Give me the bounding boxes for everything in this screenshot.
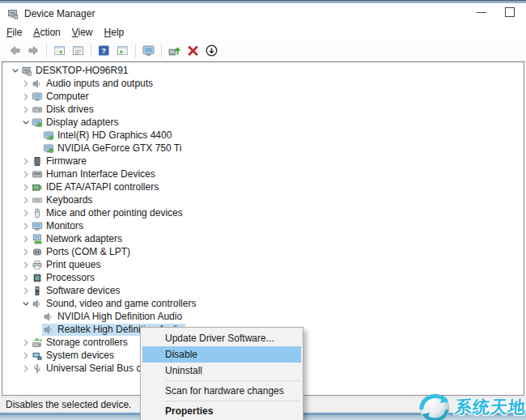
tree-item-content[interactable]: DESKTOP-HO96R91 — [20, 65, 131, 77]
tree-indent — [2, 174, 21, 175]
context-menu-item-disable[interactable]: Disable — [142, 346, 301, 363]
tree-item-content[interactable]: Intel(R) HD Graphics 4400 — [42, 129, 174, 142]
disable-icon[interactable] — [205, 44, 218, 57]
chevron-right-icon[interactable] — [21, 195, 31, 206]
update-driver-icon[interactable] — [168, 44, 181, 57]
chevron-right-icon[interactable] — [21, 208, 31, 218]
tree-item-content[interactable]: Keyboards — [31, 194, 95, 206]
tree-item-disk-drives[interactable]: Disk drives — [2, 103, 524, 116]
context-menu-item-uninstall[interactable]: Uninstall — [141, 363, 303, 379]
context-menu-item-update-driver-software[interactable]: Update Driver Software... — [141, 330, 303, 346]
tree-item-nvidia-high-definition-audio[interactable]: NVIDIA High Definition Audio — [2, 310, 524, 323]
scan-hardware-icon[interactable] — [142, 44, 155, 57]
tree-item-computer[interactable]: Computer — [2, 90, 524, 103]
chevron-down-icon[interactable] — [21, 117, 31, 128]
tree-item-human-interface-devices[interactable]: Human Interface Devices — [2, 168, 524, 180]
tree-indent — [2, 161, 21, 162]
status-text: Disables the selected device. — [6, 399, 131, 410]
tree-item-content[interactable]: Print queues — [31, 259, 103, 271]
tree-indent — [2, 329, 42, 330]
tree-item-intel-r-hd-graphics-4400[interactable]: Intel(R) HD Graphics 4400 — [2, 129, 524, 142]
menu-bar: FileActionViewHelp — [0, 24, 526, 40]
disk-icon — [32, 104, 43, 115]
tree-item-content[interactable]: Processors — [31, 272, 97, 284]
minimize-icon[interactable] — [477, 12, 486, 13]
chevron-right-icon[interactable] — [21, 363, 31, 374]
chevron-down-icon[interactable] — [11, 66, 20, 76]
tree-item-content[interactable]: System devices — [31, 350, 117, 362]
tree-item-label: Print queues — [46, 259, 100, 271]
chevron-right-icon[interactable] — [21, 350, 31, 361]
tree-item-content[interactable]: Firmware — [31, 155, 89, 168]
chevron-right-icon[interactable] — [21, 221, 31, 231]
chevron-right-icon[interactable] — [21, 104, 31, 115]
tree-item-nvidia-geforce-gtx-750-ti[interactable]: NVIDIA GeForce GTX 750 Ti — [2, 142, 524, 155]
tree-item-content[interactable]: Display adapters — [31, 117, 121, 129]
menu-file[interactable]: File — [6, 27, 22, 38]
forward-icon[interactable] — [27, 44, 40, 57]
context-menu-item-scan-for-hardware-changes[interactable]: Scan for hardware changes — [141, 383, 303, 399]
chevron-right-icon[interactable] — [21, 156, 31, 167]
tree-item-audio-inputs-and-outputs[interactable]: Audio inputs and outputs — [2, 77, 524, 90]
properties-icon[interactable] — [71, 44, 85, 57]
tree-item-ide-ata-atapi-controllers[interactable]: IDE ATA/ATAPI controllers — [2, 180, 524, 193]
chevron-right-icon[interactable] — [21, 260, 31, 270]
tree-item-label: Sound, video and game controllers — [46, 298, 196, 310]
console-tree-icon[interactable] — [53, 44, 66, 57]
menu-help[interactable]: Help — [104, 27, 125, 38]
tree-indent — [2, 316, 42, 317]
tree-indent — [2, 200, 21, 201]
display-adapter-icon — [43, 143, 54, 154]
tree-indent — [2, 239, 21, 240]
tree-item-firmware[interactable]: Firmware — [2, 155, 524, 168]
chevron-right-icon[interactable] — [21, 169, 31, 180]
tree-item-content[interactable]: Mice and other pointing devices — [31, 207, 185, 219]
tree-item-content[interactable]: Ports (COM & LPT) — [31, 246, 133, 258]
tree-item-content[interactable]: NVIDIA GeForce GTX 750 Ti — [42, 142, 184, 155]
action-pane-icon[interactable] — [116, 44, 129, 57]
tree-item-print-queues[interactable]: Print queues — [2, 258, 524, 271]
hid-icon — [32, 169, 43, 180]
help-icon[interactable]: ? — [97, 44, 111, 57]
tree-item-content[interactable]: Human Interface Devices — [31, 168, 158, 180]
tree-item-network-adapters[interactable]: Network adapters — [2, 232, 524, 245]
chevron-down-icon[interactable] — [21, 299, 31, 309]
tree-item-label: Disk drives — [46, 104, 94, 116]
tree-item-content[interactable]: IDE ATA/ATAPI controllers — [31, 181, 161, 193]
tree-item-content[interactable]: Storage controllers — [31, 337, 130, 349]
chevron-right-icon[interactable] — [21, 234, 31, 244]
chevron-right-icon[interactable] — [21, 91, 31, 102]
chevron-right-icon[interactable] — [21, 247, 31, 257]
chevron-right-icon[interactable] — [21, 78, 31, 89]
tree-item-content[interactable]: Network adapters — [31, 233, 125, 245]
tree-item-content[interactable]: NVIDIA High Definition Audio — [42, 311, 185, 323]
tree-item-content[interactable]: Monitors — [31, 220, 86, 232]
tree-item-ports-com-lpt[interactable]: Ports (COM & LPT) — [2, 245, 524, 258]
tree-item-label: Firmware — [46, 155, 87, 168]
tree-item-sound-video-and-game-controllers[interactable]: Sound, video and game controllers — [2, 297, 524, 310]
context-menu-item-properties[interactable]: Properties — [141, 403, 303, 419]
mouse-icon — [32, 208, 43, 218]
menu-action[interactable]: Action — [33, 27, 60, 38]
uninstall-icon[interactable] — [186, 44, 200, 57]
maximize-icon[interactable] — [505, 7, 515, 17]
chevron-right-icon[interactable] — [21, 273, 31, 283]
tree-item-desktop-ho96r91[interactable]: DESKTOP-HO96R91 — [2, 64, 524, 77]
tree-item-content[interactable]: Software devices — [31, 285, 122, 297]
tree-item-content[interactable]: Sound, video and game controllers — [31, 298, 198, 310]
tree-item-mice-and-other-pointing-devices[interactable]: Mice and other pointing devices — [2, 206, 524, 219]
tree-item-monitors[interactable]: Monitors — [2, 219, 524, 232]
chevron-right-icon[interactable] — [21, 337, 31, 348]
tree-item-content[interactable]: Computer — [31, 91, 91, 103]
back-icon[interactable] — [8, 44, 22, 57]
tree-item-processors[interactable]: Processors — [2, 271, 524, 284]
tree-item-software-devices[interactable]: Software devices — [2, 284, 524, 297]
tree-item-content[interactable]: Disk drives — [31, 104, 96, 116]
tree-item-display-adapters[interactable]: Display adapters — [2, 116, 524, 129]
chevron-right-icon[interactable] — [21, 286, 31, 296]
tree-item-label: System devices — [46, 350, 114, 362]
menu-view[interactable]: View — [72, 27, 93, 38]
chevron-right-icon[interactable] — [21, 182, 31, 193]
tree-item-keyboards[interactable]: Keyboards — [2, 193, 524, 206]
tree-item-content[interactable]: Audio inputs and outputs — [31, 78, 155, 90]
